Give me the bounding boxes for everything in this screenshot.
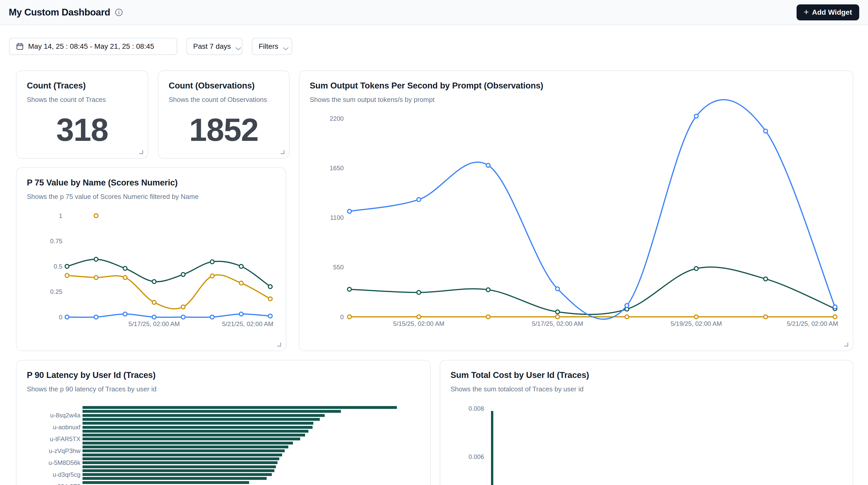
- y-tick-label: 1: [59, 212, 62, 219]
- teal-data-point: [181, 272, 185, 276]
- latency-bar: [83, 469, 274, 472]
- teal-data-point: [210, 260, 214, 264]
- blue-data-point: [486, 163, 490, 167]
- teal-data-point: [348, 287, 351, 291]
- latency-bar: [83, 418, 320, 421]
- page-title: My Custom Dashboard: [9, 7, 110, 18]
- card-title: Count (Traces): [17, 71, 148, 91]
- amber-data-point: [764, 315, 768, 319]
- blue-data-point: [417, 198, 421, 202]
- amber-data-point: [123, 275, 127, 279]
- card-subtitle: Shows the sum totalcost of Traces by use…: [440, 380, 853, 393]
- top-bar: My Custom Dashboard + Add Widget: [0, 0, 868, 25]
- user-id-label: u-d3qr5cg: [26, 471, 81, 478]
- blue-data-point: [239, 312, 243, 316]
- resize-handle-icon[interactable]: [844, 342, 848, 346]
- amber-data-point: [239, 281, 243, 285]
- blue-data-point: [181, 315, 185, 319]
- teal-data-point: [694, 267, 698, 270]
- range-preset-value: Past 7 days: [193, 42, 231, 51]
- amber-data-point: [269, 297, 272, 301]
- teal-data-point: [625, 307, 629, 311]
- y-tick-label: 1100: [330, 214, 344, 221]
- latency-bar: [83, 442, 293, 445]
- card-title: P 90 Latency by User Id (Traces): [17, 360, 430, 380]
- x-tick-label: 5/15/25, 02:00 AM: [393, 320, 444, 327]
- teal-data-point: [123, 267, 127, 270]
- tokens-chart-svg: 05501100165022005/15/25, 02:00 AM5/17/25…: [300, 71, 853, 351]
- teal-data-point: [269, 285, 272, 289]
- card-count-observations: Count (Observations) Shows the count of …: [158, 70, 289, 159]
- card-tokens-per-second: Sum Output Tokens Per Second by Prompt (…: [299, 70, 853, 351]
- card-subtitle: Shows the count of Traces: [17, 91, 148, 104]
- amber-data-point: [210, 274, 214, 278]
- user-id-label: u-8fVa9T3: [26, 483, 81, 485]
- info-icon[interactable]: [115, 8, 123, 17]
- blue-line: [349, 99, 835, 319]
- x-tick-label: 5/17/25, 02:00 AM: [128, 321, 180, 327]
- range-preset-dropdown[interactable]: Past 7 days: [186, 38, 242, 55]
- resize-handle-icon[interactable]: [281, 150, 284, 154]
- amber-data-point: [181, 305, 185, 309]
- blue-data-point: [556, 287, 560, 291]
- user-id-label: u-8sq2w4a: [26, 412, 81, 419]
- latency-bar: [83, 446, 288, 448]
- card-count-traces: Count (Traces) Shows the count of Traces…: [16, 70, 148, 159]
- card-title: P 75 Value by Name (Scores Numeric): [17, 168, 286, 187]
- add-widget-button[interactable]: + Add Widget: [797, 4, 859, 20]
- teal-data-point: [65, 265, 69, 268]
- latency-bar: [83, 410, 341, 413]
- latency-bar: [83, 481, 249, 484]
- amber-data-point: [556, 315, 560, 319]
- y-tick-label: 0.006: [448, 453, 484, 460]
- teal-data-point: [94, 257, 98, 261]
- latency-bar: [83, 426, 313, 429]
- card-sum-total-cost: Sum Total Cost by User Id (Traces) Shows…: [440, 360, 853, 485]
- resize-handle-icon[interactable]: [277, 342, 281, 346]
- filters-label: Filters: [259, 42, 278, 51]
- teal-data-point: [417, 291, 421, 294]
- card-title: Sum Total Cost by User Id (Traces): [440, 360, 853, 380]
- resize-handle-icon[interactable]: [139, 150, 143, 154]
- metric-value: 318: [17, 112, 148, 148]
- cost-bar: [491, 411, 493, 485]
- blue-data-point: [625, 304, 629, 307]
- teal-data-point: [833, 307, 837, 311]
- tokens-line-chart: 05501100165022005/15/25, 02:00 AM5/17/25…: [300, 71, 853, 351]
- latency-bar: [83, 434, 305, 436]
- teal-line: [67, 259, 270, 286]
- y-tick-label: 1650: [330, 164, 344, 172]
- latency-bar: [83, 414, 325, 417]
- blue-data-point: [65, 315, 69, 319]
- amber-data-point: [152, 301, 156, 304]
- blue-data-point: [348, 210, 351, 213]
- latency-bar: [83, 465, 276, 468]
- blue-data-point: [694, 114, 698, 118]
- teal-data-point: [239, 265, 243, 268]
- card-p90-latency: P 90 Latency by User Id (Traces) Shows t…: [16, 360, 431, 485]
- calendar-icon: [16, 42, 24, 51]
- date-range-picker[interactable]: May 14, 25 : 08:45 - May 21, 25 : 08:45: [9, 38, 177, 55]
- teal-data-point: [764, 277, 768, 281]
- card-subtitle: Shows the count of Observations: [158, 91, 289, 104]
- user-id-label: u-tFAR5TX: [26, 435, 81, 443]
- date-range-value: May 14, 25 : 08:45 - May 21, 25 : 08:45: [28, 42, 154, 51]
- card-subtitle: Shows the p 75 value of Scores Numeric f…: [17, 187, 286, 201]
- y-tick-label: 0.5: [54, 263, 62, 270]
- blue-data-point: [152, 315, 156, 319]
- x-tick-label: 5/19/25, 02:00 AM: [671, 320, 722, 327]
- blue-data-point: [210, 315, 214, 319]
- blue-line: [67, 314, 270, 317]
- amber-data-point: [486, 315, 490, 319]
- blue-data-point: [764, 129, 768, 133]
- card-subtitle: Shows the p 90 latency of Traces by user…: [17, 380, 430, 393]
- latency-bar: [83, 430, 308, 433]
- chevron-down-icon: [282, 44, 289, 49]
- user-id-label: u-zVqP3hw: [26, 447, 81, 455]
- filters-dropdown[interactable]: Filters: [252, 38, 292, 55]
- card-title: Sum Output Tokens Per Second by Prompt (…: [300, 71, 853, 91]
- y-tick-label: 0.75: [50, 238, 62, 245]
- card-p75-value: P 75 Value by Name (Scores Numeric) Show…: [16, 168, 286, 351]
- blue-data-point: [94, 315, 98, 319]
- y-tick-label: 2200: [330, 115, 344, 122]
